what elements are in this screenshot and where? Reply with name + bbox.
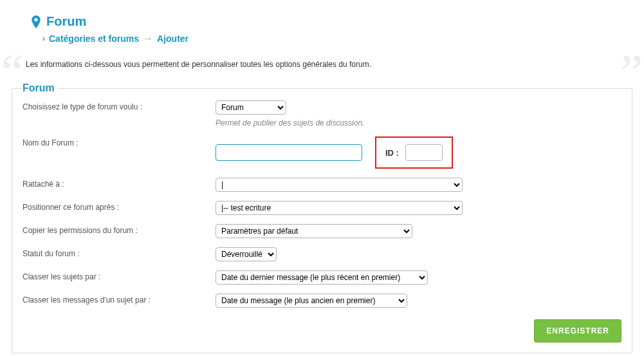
label-forum-type: Choisissez le type de forum voulu : <box>23 100 216 111</box>
intro-text: Les informations ci-dessous vous permett… <box>26 60 618 69</box>
select-attached[interactable]: | <box>216 178 463 192</box>
input-forum-name[interactable] <box>216 144 362 161</box>
chevron-right-icon: › <box>42 34 45 43</box>
input-id[interactable] <box>405 144 443 161</box>
label-id: ID : <box>385 148 399 158</box>
select-permissions[interactable]: Paramètres par défaut <box>216 224 412 238</box>
label-sort-messages: Classer les messages d'un sujet par : <box>23 294 216 304</box>
label-sort-subjects: Classer les sujets par : <box>23 270 216 281</box>
label-attached: Rattaché à : <box>23 178 216 189</box>
save-button[interactable]: ENREGISTRER <box>534 319 621 342</box>
page-title-text: Forum <box>46 14 86 29</box>
breadcrumb-current: Ajouter <box>157 33 189 44</box>
forum-panel: Forum Choisissez le type de forum voulu … <box>12 88 632 353</box>
panel-legend: Forum <box>23 82 59 94</box>
page-title: Forum <box>31 14 644 29</box>
breadcrumb-link-categories[interactable]: Catégories et forums <box>49 33 139 44</box>
select-position[interactable]: |-- test ecriture <box>216 201 463 215</box>
pin-icon <box>31 15 41 28</box>
breadcrumb: › Catégories et forums → Ajouter <box>42 33 644 44</box>
select-forum-type[interactable]: Forum <box>216 100 286 115</box>
select-status[interactable]: Déverrouillé <box>216 247 277 261</box>
select-sort-messages[interactable]: Date du message (le plus ancien en premi… <box>216 294 407 308</box>
label-forum-name: Nom du Forum : <box>23 136 216 147</box>
id-box: ID : <box>375 136 453 169</box>
arrow-right-icon: → <box>143 33 153 44</box>
label-position: Positionner ce forum après : <box>23 201 216 212</box>
label-permissions: Copier les permissions du forum : <box>23 224 216 235</box>
label-status: Statut du forum : <box>23 247 216 258</box>
select-sort-subjects[interactable]: Date du dernier message (le plus récent … <box>216 270 428 285</box>
svg-point-0 <box>34 18 37 21</box>
hint-forum-type: Permet de publier des sujets de discussi… <box>216 118 621 127</box>
